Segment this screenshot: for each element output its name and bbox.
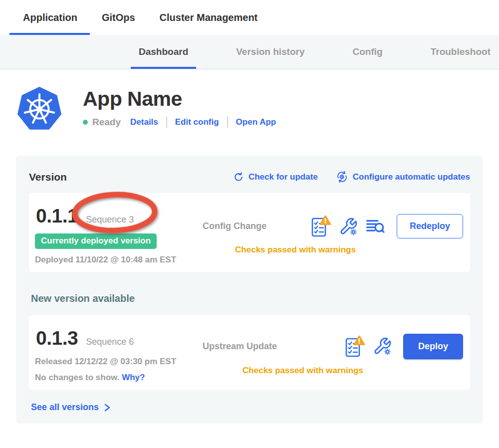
version-source-label: Config Change xyxy=(203,221,266,231)
page-title: App Name xyxy=(83,87,276,111)
preflight-checklist-warning-icon[interactable] xyxy=(309,215,331,238)
why-link[interactable]: Why? xyxy=(122,373,145,382)
status-dot xyxy=(83,120,88,125)
details-link[interactable]: Details xyxy=(130,117,158,127)
primary-nav: Application GitOps Cluster Management xyxy=(0,0,499,35)
refresh-icon xyxy=(233,172,244,183)
kubernetes-logo xyxy=(17,86,61,133)
current-version-number: 0.1.1 xyxy=(36,205,78,227)
version-panel: Version Check for update Configure xyxy=(16,156,483,424)
see-all-versions-label: See all versions xyxy=(31,402,99,413)
new-version-sequence: Sequence 6 xyxy=(86,337,134,347)
released-timestamp: Released 12/12/22 @ 03:30 pm EST xyxy=(35,357,203,367)
config-wrench-gear-icon[interactable] xyxy=(373,337,392,356)
config-wrench-gear-icon[interactable] xyxy=(339,217,358,236)
current-version-sequence: Sequence 3 xyxy=(86,215,134,225)
tab-troubleshoot[interactable]: Troubleshoot xyxy=(431,35,491,69)
redeploy-button[interactable]: Redeploy xyxy=(397,214,463,238)
configure-automatic-updates-label: Configure automatic updates xyxy=(353,172,470,182)
tab-gitops[interactable]: GitOps xyxy=(102,0,135,35)
open-app-link[interactable]: Open App xyxy=(236,117,276,127)
tab-cluster-management[interactable]: Cluster Management xyxy=(160,0,258,35)
checks-status-text[interactable]: Checks passed with warnings xyxy=(203,245,463,255)
deployed-timestamp: Deployed 11/10/22 @ 10:48 am EST xyxy=(35,255,203,265)
no-changes-text: No changes to show. xyxy=(35,373,119,382)
new-version-row: 0.1.3 Sequence 6 Released 12/12/22 @ 03:… xyxy=(29,315,470,390)
app-subnav: Dashboard Version history Config Trouble… xyxy=(0,35,499,69)
check-for-update-link[interactable]: Check for update xyxy=(233,171,318,183)
currently-deployed-badge: Currently deployed version xyxy=(35,233,157,249)
see-all-versions-link[interactable]: See all versions xyxy=(31,402,470,413)
configure-automatic-updates-link[interactable]: Configure automatic updates xyxy=(336,171,470,183)
version-heading: Version xyxy=(29,171,67,183)
divider xyxy=(166,117,167,128)
check-for-update-label: Check for update xyxy=(249,172,318,182)
tab-version-history[interactable]: Version history xyxy=(236,35,304,69)
current-version-row: 0.1.1 Sequence 3 Currently deployed vers… xyxy=(29,193,470,272)
version-source-label: Upstream Update xyxy=(203,341,277,352)
app-header: App Name Ready Details Edit config Open … xyxy=(0,69,499,133)
new-version-available-heading: New version available xyxy=(31,293,470,304)
edit-config-link[interactable]: Edit config xyxy=(175,117,219,127)
tab-application[interactable]: Application xyxy=(23,0,77,35)
new-version-number: 0.1.3 xyxy=(36,327,78,349)
preflight-checklist-warning-icon[interactable] xyxy=(343,335,365,358)
deploy-button[interactable]: Deploy xyxy=(403,334,463,359)
tab-config[interactable]: Config xyxy=(353,35,383,69)
checks-status-text[interactable]: Checks passed with warnings xyxy=(203,366,463,376)
release-notes-search-icon[interactable] xyxy=(365,218,385,235)
tab-dashboard[interactable]: Dashboard xyxy=(139,35,188,69)
chevron-right-icon xyxy=(103,403,112,413)
divider xyxy=(227,117,228,128)
status-text: Ready xyxy=(92,117,121,128)
clock-refresh-icon xyxy=(336,171,348,183)
